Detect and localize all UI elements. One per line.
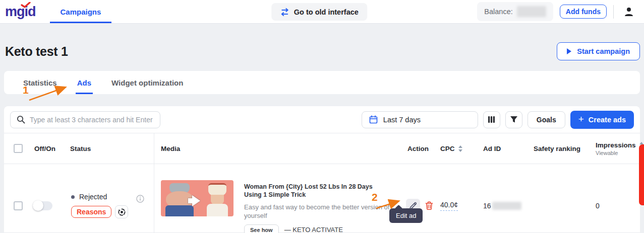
after-figure: [204, 182, 230, 216]
tab-widget-optimization[interactable]: Widget optimization: [101, 71, 193, 94]
ad-id-redacted: [492, 202, 521, 210]
resubmit-moderation-button[interactable]: [115, 205, 128, 218]
calendar-icon: [369, 115, 378, 124]
ads-toolbar: Last 7 days Goals + Create ads: [4, 106, 640, 133]
tab-ads[interactable]: Ads: [67, 71, 101, 94]
header-off-on: Off/On: [26, 133, 63, 164]
search-input[interactable]: [30, 116, 154, 124]
nav-active-underline: [50, 22, 112, 23]
ads-panel: Last 7 days Goals + Create ads Off/On St…: [4, 106, 640, 233]
mgid-logo[interactable]: mgid: [5, 0, 36, 23]
add-funds-button[interactable]: Add funds: [560, 5, 607, 19]
row-checkbox[interactable]: [14, 201, 23, 210]
header-safety-ranking: Safety ranking: [530, 133, 592, 164]
toggle-knob: [33, 200, 43, 211]
old-interface-button[interactable]: Go to old interface: [271, 3, 367, 21]
header-impressions-sub: Viewable: [596, 150, 618, 156]
status-dot: [71, 195, 75, 199]
ad-copy: Woman From {City} Lost 52 Lbs In 28 Days…: [244, 180, 405, 233]
header-impressions[interactable]: Impressions Viewable: [592, 133, 640, 164]
sort-icon-cpc[interactable]: [458, 145, 462, 152]
columns-button[interactable]: [483, 111, 500, 128]
topbar-right: Balance: Add funds: [477, 0, 644, 23]
header-impressions-label: Impressions: [596, 141, 636, 149]
ad-row: Rejected Reasons Woman From {City} Lost …: [4, 164, 640, 233]
goals-button[interactable]: Goals: [528, 111, 565, 128]
header-media: Media: [154, 133, 403, 164]
info-icon[interactable]: [136, 195, 144, 203]
balance-label: Balance:: [484, 8, 512, 16]
person-icon: [623, 6, 635, 18]
ad-id-value: 16: [483, 202, 491, 210]
toolbar-right: Last 7 days Goals + Create ads: [362, 111, 634, 129]
delete-ad-button[interactable]: [423, 199, 435, 213]
plus-icon: +: [578, 114, 584, 124]
campaign-tabs: Statistics Ads Widget optimization: [4, 71, 640, 94]
account-menu-button[interactable]: [620, 3, 637, 20]
ad-on-off-toggle[interactable]: [33, 201, 52, 210]
annotation-step-2: 2: [372, 191, 378, 203]
tab-statistics[interactable]: Statistics: [13, 71, 67, 94]
header-ad-id: Ad ID: [479, 133, 530, 164]
play-icon: [567, 48, 571, 54]
date-range-value: Last 7 days: [383, 116, 421, 124]
page-header: Keto test 1 Start campaign: [5, 42, 640, 60]
page-title: Keto test 1: [5, 44, 68, 59]
balance-pill[interactable]: Balance:: [477, 2, 553, 21]
start-campaign-label: Start campaign: [577, 47, 630, 55]
header-cpc-label: CPC: [440, 145, 455, 152]
annotation-step-1: 1: [23, 84, 29, 96]
topbar: mgid Campaigns Go to old interface Balan…: [0, 0, 644, 24]
swap-arrows-icon: [280, 8, 289, 16]
ad-title: Woman From {City} Lost 52 Lbs In 28 Days…: [244, 183, 386, 199]
tab-widget-optimization-label: Widget optimization: [111, 79, 183, 87]
select-all-checkbox[interactable]: [14, 144, 23, 153]
search-icon: [17, 115, 25, 124]
topbar-divider: [613, 5, 614, 19]
columns-icon: [488, 116, 495, 123]
balance-value-redacted: [517, 6, 546, 17]
old-interface-label: Go to old interface: [294, 8, 359, 16]
trash-icon: [425, 201, 433, 210]
header-action: Action: [403, 133, 436, 164]
filter-button[interactable]: [505, 111, 522, 128]
arrow-right-icon: [192, 195, 200, 206]
edit-ad-tooltip: Edit ad: [389, 208, 423, 223]
cpc-value[interactable]: 40.0¢: [440, 201, 458, 211]
circular-arrow-icon: [118, 208, 126, 216]
create-ads-button[interactable]: + Create ads: [570, 111, 634, 129]
start-campaign-button[interactable]: Start campaign: [557, 42, 640, 60]
tab-ads-label: Ads: [77, 79, 91, 87]
nav-campaigns[interactable]: Campaigns: [50, 0, 112, 23]
search-box[interactable]: [10, 111, 160, 128]
filter-icon: [510, 116, 518, 123]
status-label: Rejected: [79, 193, 107, 201]
see-how-cta-button[interactable]: See how: [244, 224, 279, 233]
safety-ranking-value: [530, 164, 592, 233]
ads-table-header: Off/On Status Media Action CPC Ad ID Saf…: [4, 133, 640, 164]
impressions-value: 0: [592, 164, 640, 233]
advertiser-name: — KETO ACTIVATE: [284, 226, 343, 233]
nav-campaigns-label: Campaigns: [61, 8, 101, 16]
status-cell: Rejected Reasons: [71, 193, 128, 218]
red-scroll-handle[interactable]: [639, 144, 644, 205]
reasons-button[interactable]: Reasons: [71, 206, 111, 218]
date-range-picker[interactable]: Last 7 days: [362, 111, 478, 128]
ad-thumbnail-image[interactable]: [161, 180, 233, 216]
header-cpc[interactable]: CPC: [436, 133, 479, 164]
create-ads-label: Create ads: [589, 116, 626, 124]
header-status: Status: [63, 133, 154, 164]
logo-check-icon: [21, 2, 31, 8]
ad-description: Easy and fast way to become the better v…: [244, 203, 402, 220]
